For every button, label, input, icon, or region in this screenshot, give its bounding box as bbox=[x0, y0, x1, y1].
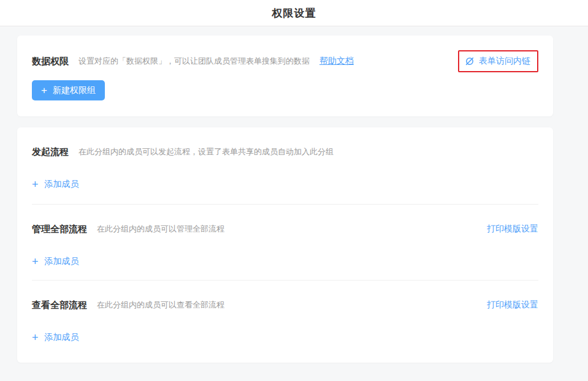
page-header: 权限设置 bbox=[0, 0, 588, 26]
plus-icon: + bbox=[41, 85, 47, 96]
section-description: 在此分组内的成员可以查看全部流程 bbox=[97, 300, 224, 311]
section-description: 在此分组内的成员可以发起流程，设置了表单共享的成员自动加入此分组 bbox=[78, 146, 334, 157]
plus-icon: + bbox=[32, 332, 39, 343]
section-view-all-processes: 查看全部流程 在此分组内的成员可以查看全部流程 打印模版设置 + 添加成员 bbox=[17, 281, 553, 363]
section-heading-row: 发起流程 在此分组内的成员可以发起流程，设置了表单共享的成员自动加入此分组 bbox=[32, 141, 538, 163]
section-manage-all-processes: 管理全部流程 在此分组内的成员可以管理全部流程 打印模版设置 + 添加成员 bbox=[17, 205, 553, 280]
add-member-label: 添加成员 bbox=[45, 332, 79, 343]
section-heading-row: 管理全部流程 在此分组内的成员可以管理全部流程 打印模版设置 bbox=[32, 218, 538, 240]
page-title: 权限设置 bbox=[272, 6, 316, 20]
add-member-button[interactable]: + 添加成员 bbox=[32, 332, 79, 343]
add-member-label: 添加成员 bbox=[45, 179, 79, 190]
process-permissions-card: 发起流程 在此分组内的成员可以发起流程，设置了表单共享的成员自动加入此分组 + … bbox=[17, 127, 553, 363]
help-doc-link[interactable]: 帮助文档 bbox=[319, 56, 354, 67]
plus-icon: + bbox=[32, 256, 39, 267]
section-start-process: 发起流程 在此分组内的成员可以发起流程，设置了表单共享的成员自动加入此分组 + … bbox=[17, 127, 553, 204]
add-member-button[interactable]: + 添加成员 bbox=[32, 256, 79, 267]
section-heading: 管理全部流程 bbox=[32, 224, 87, 235]
print-template-settings-link[interactable]: 打印模版设置 bbox=[487, 300, 538, 311]
form-access-link-label: 表单访问内链 bbox=[479, 56, 530, 67]
new-permission-group-button[interactable]: + 新建权限组 bbox=[32, 80, 105, 100]
data-permission-card: 数据权限 设置对应的「数据权限」，可以让团队成员管理表单搜集到的数据 帮助文档 … bbox=[17, 36, 553, 116]
form-access-link-button[interactable]: 表单访问内链 bbox=[458, 50, 538, 72]
add-member-button[interactable]: + 添加成员 bbox=[32, 179, 79, 190]
section-description: 在此分组内的成员可以管理全部流程 bbox=[97, 224, 224, 235]
main-content: 数据权限 设置对应的「数据权限」，可以让团队成员管理表单搜集到的数据 帮助文档 … bbox=[0, 26, 588, 363]
data-permission-description: 设置对应的「数据权限」，可以让团队成员管理表单搜集到的数据 bbox=[78, 56, 310, 67]
data-permission-heading: 数据权限 bbox=[32, 56, 69, 67]
section-heading: 发起流程 bbox=[32, 146, 69, 158]
plus-icon: + bbox=[32, 179, 39, 190]
data-permission-heading-row: 数据权限 设置对应的「数据权限」，可以让团队成员管理表单搜集到的数据 帮助文档 … bbox=[32, 50, 538, 72]
add-member-label: 添加成员 bbox=[45, 256, 79, 267]
link-icon bbox=[465, 56, 475, 66]
new-permission-group-label: 新建权限组 bbox=[53, 85, 96, 96]
section-heading: 查看全部流程 bbox=[32, 300, 87, 311]
print-template-settings-link[interactable]: 打印模版设置 bbox=[487, 224, 538, 235]
section-heading-row: 查看全部流程 在此分组内的成员可以查看全部流程 打印模版设置 bbox=[32, 294, 538, 316]
